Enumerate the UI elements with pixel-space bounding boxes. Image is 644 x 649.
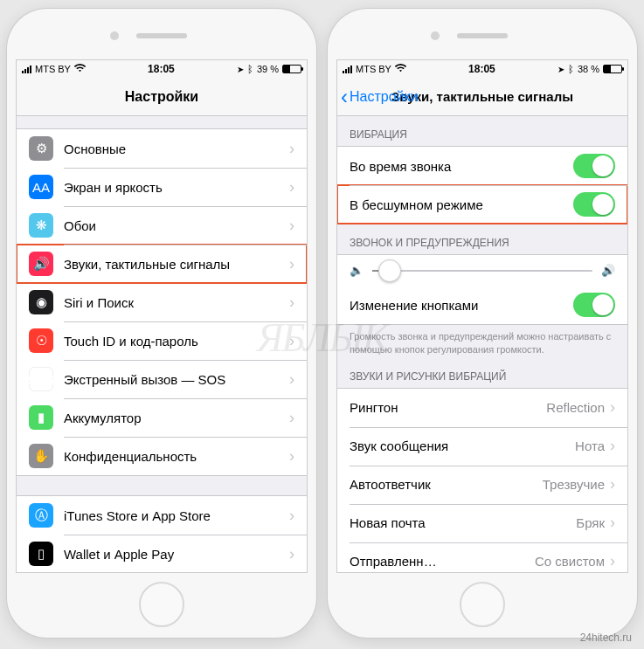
page-title: Настройки <box>125 89 198 105</box>
row-label: Экран и яркость <box>64 180 289 195</box>
row-detail: Reflection <box>546 400 605 415</box>
battery-icon <box>282 65 301 73</box>
chevron-right-icon: › <box>610 514 615 532</box>
row-label: Во время звонка <box>350 159 573 174</box>
settings-row[interactable]: ◉Siri и Поиск› <box>17 283 307 321</box>
sound-row[interactable]: Отправленн…Со свистом› <box>337 542 627 572</box>
row-detail: Трезвучие <box>543 477 605 492</box>
settings-row[interactable]: ⒶiTunes Store и App Store› <box>17 496 307 535</box>
speaker-slot <box>136 33 187 38</box>
battery-percent: 39 % <box>257 64 279 74</box>
status-time: 18:05 <box>468 63 495 75</box>
section-header-vibration: ВИБРАЦИЯ <box>337 116 627 146</box>
back-button[interactable]: ‹ Настройки <box>341 78 418 115</box>
chevron-left-icon: ‹ <box>341 86 348 107</box>
signal-bars-icon <box>22 66 31 73</box>
navbar-settings: Настройки <box>17 78 307 116</box>
home-button[interactable] <box>139 582 184 627</box>
row-label: В бесшумном режиме <box>350 197 573 212</box>
phone-right: MTS BY 18:05 ➤ ᛒ 38 % ‹ Настройки Звуки,… <box>328 9 637 638</box>
row-label: iTunes Store и App Store <box>64 508 289 523</box>
row-label: Звук сообщения <box>350 438 575 453</box>
row-label: Рингтон <box>350 400 546 415</box>
sound-row[interactable]: РингтонReflection› <box>337 389 627 427</box>
settings-row[interactable]: ❋Обои› <box>17 206 307 245</box>
chevron-right-icon: › <box>289 217 294 235</box>
signal-bars-icon <box>343 66 352 73</box>
location-icon: ➤ <box>557 65 564 74</box>
settings-row[interactable]: 🔊Звуки, тактильные сигналы› <box>17 245 307 283</box>
toggle-switch[interactable] <box>573 192 615 217</box>
chevron-right-icon: › <box>610 475 615 494</box>
status-bar: MTS BY 18:05 ➤ ᛒ 39 % <box>17 60 307 78</box>
wifi-icon <box>74 64 86 74</box>
sound-row[interactable]: Новая почтаБряк› <box>337 504 627 542</box>
toggle-switch[interactable] <box>573 154 615 178</box>
settings-row[interactable]: ☉Touch ID и код-пароль› <box>17 321 307 360</box>
wifi-icon <box>395 64 406 74</box>
sound-row[interactable]: АвтоответчикТрезвучие› <box>337 466 627 504</box>
settings-row[interactable]: AAЭкран и яркость› <box>17 168 307 206</box>
location-icon: ➤ <box>237 65 244 74</box>
chevron-right-icon: › <box>610 398 615 417</box>
chevron-right-icon: › <box>289 545 294 563</box>
row-label: Экстренный вызов — SOS <box>64 372 289 387</box>
volume-slider-row[interactable]: 🔈 🔊 <box>337 255 627 286</box>
toggle-row[interactable]: В бесшумном режиме <box>337 185 627 224</box>
volume-high-icon: 🔊 <box>601 264 615 277</box>
navbar-sounds: ‹ Настройки Звуки, тактильные сигналы <box>337 78 627 116</box>
hand-icon: ✋ <box>29 444 53 468</box>
gear-icon: ⚙︎ <box>29 136 53 161</box>
settings-row[interactable]: ▯Wallet и Apple Pay› <box>17 535 307 572</box>
battery-percent: 38 % <box>578 64 599 74</box>
screen-right: MTS BY 18:05 ➤ ᛒ 38 % ‹ Настройки Звуки,… <box>336 59 628 573</box>
sounds-list[interactable]: ВИБРАЦИЯ Во время звонкаВ бесшумном режи… <box>337 116 627 572</box>
chevron-right-icon: › <box>289 332 294 350</box>
front-camera <box>110 31 119 40</box>
row-label: Новая почта <box>350 515 576 530</box>
AA-icon: AA <box>29 175 53 199</box>
volume-slider[interactable] <box>372 270 592 272</box>
chevron-right-icon: › <box>610 552 615 570</box>
status-bar: MTS BY 18:05 ➤ ᛒ 38 % <box>337 60 627 78</box>
row-detail: Нота <box>575 438 605 453</box>
settings-row[interactable]: SOSЭкстренный вызов — SOS› <box>17 360 307 398</box>
chevron-right-icon: › <box>289 507 294 525</box>
settings-row[interactable]: ⚙︎Основные› <box>17 129 307 168</box>
speaker-slot <box>457 33 508 38</box>
A-icon: Ⓐ <box>29 503 53 528</box>
row-label: Отправленн… <box>350 554 535 569</box>
carrier-label: MTS BY <box>356 64 391 74</box>
chevron-right-icon: › <box>289 447 294 466</box>
row-label: Звуки, тактильные сигналы <box>64 257 289 272</box>
home-button[interactable] <box>460 582 505 627</box>
credit-label: 24hitech.ru <box>580 632 632 644</box>
row-change-with-buttons[interactable]: Изменение кнопками <box>337 286 627 324</box>
chevron-right-icon: › <box>610 437 615 455</box>
flower-icon: ❋ <box>29 213 53 238</box>
screen-left: MTS BY 18:05 ➤ ᛒ 39 % Настройки ⚙︎Основн… <box>16 59 308 573</box>
row-detail: Со свистом <box>535 554 605 569</box>
toggle-row[interactable]: Во время звонка <box>337 147 627 185</box>
row-label: Изменение кнопками <box>350 298 573 313</box>
settings-row[interactable]: ▮Аккумулятор› <box>17 398 307 437</box>
carrier-label: MTS BY <box>35 64 71 74</box>
bluetooth-icon: ᛒ <box>568 64 574 74</box>
sound-row[interactable]: Звук сообщенияНота› <box>337 427 627 466</box>
siri-icon: ◉ <box>29 290 53 314</box>
toggle-change-with-buttons[interactable] <box>573 293 615 317</box>
phone-left: MTS BY 18:05 ➤ ᛒ 39 % Настройки ⚙︎Основн… <box>7 9 316 638</box>
battery-icon <box>603 65 622 73</box>
settings-list[interactable]: ⚙︎Основные›AAЭкран и яркость›❋Обои›🔊Звук… <box>17 116 307 572</box>
chevron-right-icon: › <box>289 293 294 312</box>
settings-row[interactable]: ✋Конфиденциальность› <box>17 437 307 475</box>
row-label: Siri и Поиск <box>64 295 289 310</box>
batt-icon: ▮ <box>29 405 53 430</box>
wallet-icon: ▯ <box>29 542 53 566</box>
section-header-patterns: ЗВУКИ И РИСУНКИ ВИБРАЦИЙ <box>337 358 627 388</box>
chevron-right-icon: › <box>289 370 294 389</box>
finger-icon: ☉ <box>29 328 53 353</box>
front-camera <box>431 31 440 40</box>
chevron-right-icon: › <box>289 178 294 197</box>
section-footer-note: Громкость звонка и предупреждений можно … <box>337 325 627 358</box>
